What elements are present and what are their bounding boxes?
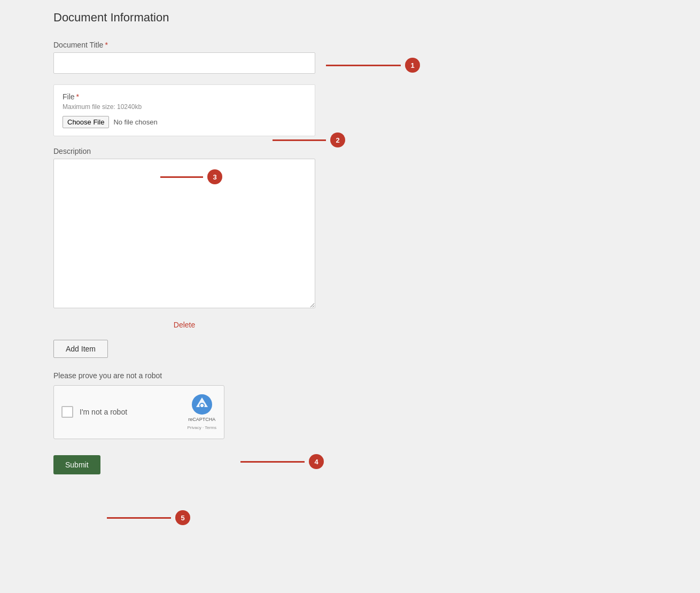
description-label: Description xyxy=(53,147,315,155)
document-title-input[interactable] xyxy=(53,52,315,74)
recaptcha-logo-icon xyxy=(192,394,212,415)
annotation-circle-1: 1 xyxy=(405,58,420,73)
annotation-2: 2 xyxy=(273,132,345,147)
page-wrapper: Document Information Document Title* Fil… xyxy=(0,0,700,593)
annotation-circle-2: 2 xyxy=(330,132,345,147)
annotation-circle-3: 3 xyxy=(207,169,222,184)
document-title-group: Document Title* xyxy=(53,41,315,74)
document-title-label: Document Title* xyxy=(53,41,315,49)
annotation-5: 5 xyxy=(107,510,190,525)
annotation-circle-5: 5 xyxy=(175,510,190,525)
arrow-line-2 xyxy=(273,139,326,141)
file-required-star: * xyxy=(76,92,79,101)
annotation-3: 3 xyxy=(160,169,222,184)
arrow-line-1 xyxy=(326,65,401,66)
submit-button[interactable]: Submit xyxy=(53,455,100,474)
recaptcha-right: reCAPTCHA Privacy · Terms xyxy=(187,394,216,430)
file-section: File* Maximum file size: 10240kb Choose … xyxy=(53,84,315,136)
file-input-row: Choose File No file chosen xyxy=(63,116,306,128)
arrow-line-3 xyxy=(160,176,203,178)
recaptcha-links: Privacy · Terms xyxy=(187,425,216,430)
arrow-line-5 xyxy=(107,517,171,519)
annotation-circle-4: 4 xyxy=(309,454,324,469)
choose-file-button[interactable]: Choose File xyxy=(63,116,109,128)
annotation-4: 4 xyxy=(240,454,324,469)
required-star: * xyxy=(105,41,107,49)
recaptcha-checkbox[interactable] xyxy=(61,406,73,418)
form-section: Document Information Document Title* Fil… xyxy=(53,11,315,474)
robot-section: Please prove you are not a robot I'm not… xyxy=(53,371,315,439)
delete-link[interactable]: Delete xyxy=(53,321,315,329)
robot-label: Please prove you are not a robot xyxy=(53,371,315,380)
arrow-line-4 xyxy=(240,461,305,463)
annotation-1: 1 xyxy=(326,58,420,73)
svg-point-2 xyxy=(200,404,204,407)
file-label: File* xyxy=(63,92,306,101)
no-file-text: No file chosen xyxy=(113,118,157,126)
recaptcha-box: I'm not a robot reCAPTCHA Privacy · Te xyxy=(53,385,224,439)
recaptcha-brand: reCAPTCHA xyxy=(188,417,215,423)
add-item-button[interactable]: Add Item xyxy=(53,340,108,358)
recaptcha-left: I'm not a robot xyxy=(61,406,127,418)
recaptcha-text: I'm not a robot xyxy=(80,408,127,416)
page-title: Document Information xyxy=(53,11,315,25)
file-max-size: Maximum file size: 10240kb xyxy=(63,103,306,111)
